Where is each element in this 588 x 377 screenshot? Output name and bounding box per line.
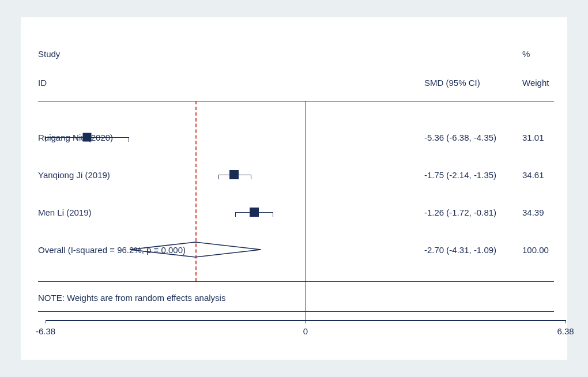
tick-mark: [46, 320, 46, 323]
header-study: Study: [38, 49, 60, 59]
ci-cap: [46, 137, 46, 142]
ci-cap: [235, 212, 236, 217]
study-weight: 31.01: [522, 133, 544, 142]
point-estimate: [229, 170, 239, 179]
tick-mark: [566, 320, 566, 323]
study-effect: -5.36 (-6.38, -4.35): [424, 133, 496, 142]
header-effect: SMD (95% CI): [424, 78, 480, 88]
forest-plot: Study ID SMD (95% CI) % Weight Ruigang N…: [21, 17, 567, 360]
zero-line: [306, 101, 306, 320]
ci-cap: [273, 212, 273, 217]
ci-cap: [251, 175, 251, 179]
ci-cap: [218, 175, 219, 179]
header-pct: %: [522, 49, 530, 59]
hr-bot: [38, 311, 554, 312]
note: NOTE: Weights are from random effects an…: [38, 293, 225, 303]
study-weight: 34.39: [522, 208, 544, 217]
x-tick: -6.38: [36, 326, 55, 336]
x-tick: 6.38: [557, 326, 574, 336]
header-weight: Weight: [522, 78, 549, 88]
study-label: Men Li (2019): [38, 208, 92, 217]
hr-top: [38, 101, 554, 101]
study-weight: 34.61: [522, 170, 544, 180]
x-tick: 0: [303, 326, 308, 336]
hr-mid: [38, 281, 554, 282]
ci-cap: [129, 137, 129, 142]
header-id: ID: [38, 78, 47, 88]
overall-weight: 100.00: [522, 245, 549, 255]
study-effect: -1.26 (-1.72, -0.81): [424, 208, 496, 217]
svg-marker-0: [130, 242, 261, 257]
point-estimate: [83, 133, 92, 142]
point-estimate: [250, 208, 259, 217]
study-effect: -1.75 (-2.14, -1.35): [424, 170, 496, 180]
tick-mark: [306, 320, 306, 323]
overall-effect: -2.70 (-4.31, -1.09): [424, 245, 496, 255]
overall-diamond: [129, 241, 262, 258]
study-label: Yanqiong Ji (2019): [38, 170, 110, 180]
